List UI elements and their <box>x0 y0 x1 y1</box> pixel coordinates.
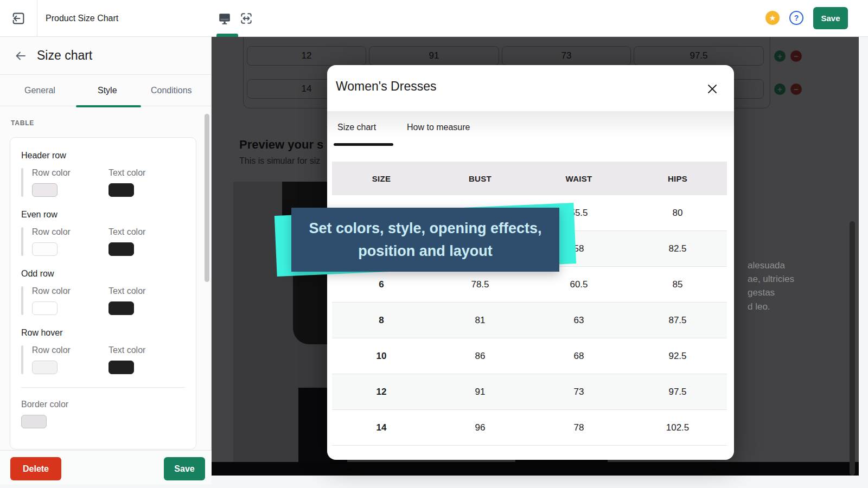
table-cell: 8 <box>332 315 431 326</box>
close-icon[interactable] <box>705 81 720 97</box>
sidebar-scrollbar[interactable] <box>205 114 209 282</box>
exit-button[interactable] <box>0 0 37 36</box>
text-color-label: Text color <box>108 168 185 178</box>
table-cell: 63 <box>529 315 628 326</box>
modal-tab-bar: Size chart How to measure <box>327 111 734 146</box>
description-fragment: ae, ultricies <box>748 274 794 285</box>
sidebar-save-button[interactable]: Save <box>164 457 205 480</box>
color-group: Row color Text color <box>21 168 185 197</box>
tab-general[interactable]: General <box>24 75 55 106</box>
table-cell: 12 <box>332 387 431 397</box>
text-color-label: Text color <box>108 345 185 355</box>
table-cell: 14 <box>332 422 431 433</box>
table-cell: 82.5 <box>628 243 727 254</box>
column-header: HIPS <box>628 174 727 183</box>
text-color-label: Text color <box>108 286 185 296</box>
table-row: 6 78.5 60.5 85 <box>332 267 727 303</box>
table-row: 8 81 63 87.5 <box>332 303 727 338</box>
delete-button[interactable]: Delete <box>10 457 61 480</box>
tab-how-to-measure[interactable]: How to measure <box>407 111 470 143</box>
row-color-swatch[interactable] <box>32 361 58 374</box>
tooltip-text-line: Set colors, style, opening effects, <box>309 217 541 240</box>
page-title: Product Size Chart <box>46 0 118 36</box>
text-color-swatch[interactable] <box>108 183 134 197</box>
text-color-swatch[interactable] <box>108 242 134 256</box>
table-style-card: Header row Row color Text color Even row… <box>10 137 196 450</box>
table-cell: 6 <box>332 279 431 290</box>
row-color-swatch[interactable] <box>32 183 58 197</box>
star-icon[interactable]: ★ <box>765 11 780 25</box>
table-cell: 78 <box>529 422 628 433</box>
table-cell: 78.5 <box>431 279 529 290</box>
table-cell: 92.5 <box>628 351 727 362</box>
row-color-label: Row color <box>32 227 108 237</box>
table-cell: 80 <box>628 208 727 219</box>
group-title: Header row <box>21 151 185 160</box>
description-fragment: alesuada <box>748 260 785 271</box>
column-header: WAIST <box>529 174 628 183</box>
tab-conditions[interactable]: Conditions <box>151 75 192 106</box>
table-cell: 85 <box>628 279 727 290</box>
table-cell: 97.5 <box>628 387 727 397</box>
row-color-label: Row color <box>32 168 108 178</box>
border-color-swatch[interactable] <box>21 415 47 428</box>
table-cell: 86 <box>431 351 529 362</box>
active-device-indicator <box>216 34 238 37</box>
divider <box>21 387 185 388</box>
settings-sidebar: Size chart General Style Conditions TABL… <box>0 37 212 484</box>
table-cell: 96 <box>431 422 529 433</box>
group-title: Odd row <box>21 269 185 279</box>
group-title: Row hover <box>21 328 185 338</box>
group-accent-bar <box>21 227 23 256</box>
active-tab-indicator <box>76 105 141 107</box>
color-group: Row color Text color <box>21 227 185 256</box>
color-group: Row color Text color <box>21 345 185 374</box>
table-cell: 102.5 <box>628 422 727 433</box>
help-icon[interactable]: ? <box>789 11 803 25</box>
top-bar: Product Size Chart <box>0 0 868 37</box>
tooltip-callout: Set colors, style, opening effects, posi… <box>291 208 559 272</box>
table-cell: 73 <box>529 387 628 397</box>
text-color-swatch[interactable] <box>108 301 134 315</box>
row-color-swatch[interactable] <box>32 242 58 256</box>
responsive-width-button[interactable] <box>239 11 254 26</box>
tooltip-text-line: position and layout <box>358 240 493 262</box>
group-title: Even row <box>21 210 185 220</box>
table-row: 10 86 68 92.5 <box>332 338 727 374</box>
preview-scrollbar[interactable] <box>850 221 855 476</box>
responsive-width-icon <box>239 11 253 25</box>
sidebar-footer: Delete Save <box>0 450 212 484</box>
sidebar-tab-bar: General Style Conditions <box>0 75 211 106</box>
text-color-label: Text color <box>108 227 185 237</box>
group-accent-bar <box>21 345 23 374</box>
table-header-row: SIZE BUST WAIST HIPS <box>332 162 727 195</box>
table-cell: 81 <box>431 315 529 326</box>
tab-style[interactable]: Style <box>98 75 117 106</box>
color-group: Row color Text color <box>21 286 185 315</box>
back-arrow-icon[interactable] <box>14 49 27 62</box>
row-color-swatch[interactable] <box>32 301 58 315</box>
table-cell: 87.5 <box>628 315 727 326</box>
desktop-preview-button[interactable] <box>217 11 232 26</box>
table-cell: 10 <box>332 351 431 362</box>
column-header: BUST <box>431 174 529 183</box>
row-color-label: Row color <box>32 345 108 355</box>
text-color-swatch[interactable] <box>108 361 134 374</box>
group-accent-bar <box>21 168 23 197</box>
desktop-icon <box>218 11 232 25</box>
table-section-label: TABLE <box>11 119 34 127</box>
tab-size-chart[interactable]: Size chart <box>337 111 376 143</box>
exit-icon <box>11 11 26 26</box>
table-cell: 91 <box>431 387 529 397</box>
table-cell: 60.5 <box>529 279 628 290</box>
row-color-label: Row color <box>32 286 108 296</box>
description-fragment: d leo. <box>748 301 770 312</box>
table-row: 12 91 73 97.5 <box>332 374 727 410</box>
sidebar-header: Size chart <box>0 37 211 75</box>
group-accent-bar <box>21 286 23 315</box>
border-color-label: Border color <box>21 400 185 409</box>
save-button[interactable]: Save <box>813 7 848 29</box>
modal-title: Women's Dresses <box>336 79 436 94</box>
app-root: 12 91 73 97.5 + − 14 + − Preview your s … <box>0 0 868 488</box>
sidebar-title: Size chart <box>37 48 92 63</box>
